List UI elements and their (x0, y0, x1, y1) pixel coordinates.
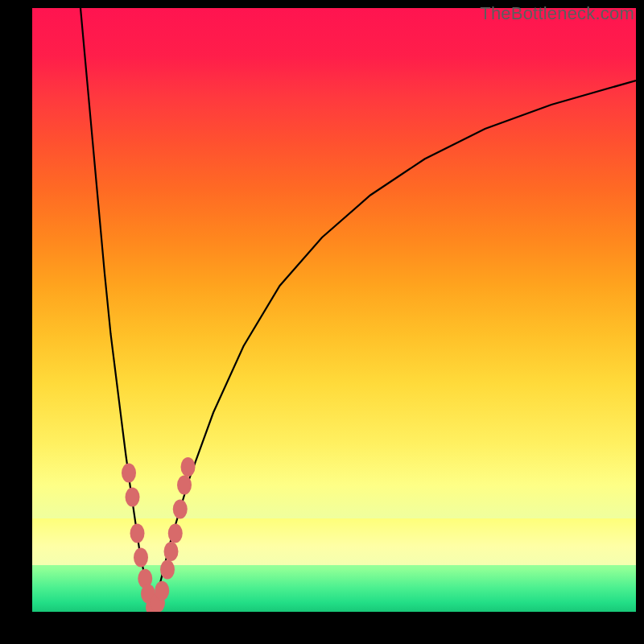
marker-dot (173, 500, 188, 519)
marker-dot (122, 464, 136, 483)
marker-dot (177, 476, 192, 495)
chart-svg (32, 8, 636, 612)
curve-right (153, 80, 636, 612)
watermark-text: TheBottleneck.com (480, 3, 634, 24)
marker-dot (181, 457, 196, 477)
curve-left (80, 8, 153, 612)
marker-dot (130, 524, 145, 543)
marker-dot (160, 560, 175, 580)
marker-dot (168, 524, 183, 543)
marker-group (122, 457, 196, 612)
marker-dot (155, 581, 169, 601)
marker-dot (126, 488, 140, 507)
marker-dot (134, 548, 148, 568)
outer-frame: TheBottleneck.com (0, 0, 644, 644)
plot-area (32, 8, 636, 612)
marker-dot (164, 542, 179, 561)
